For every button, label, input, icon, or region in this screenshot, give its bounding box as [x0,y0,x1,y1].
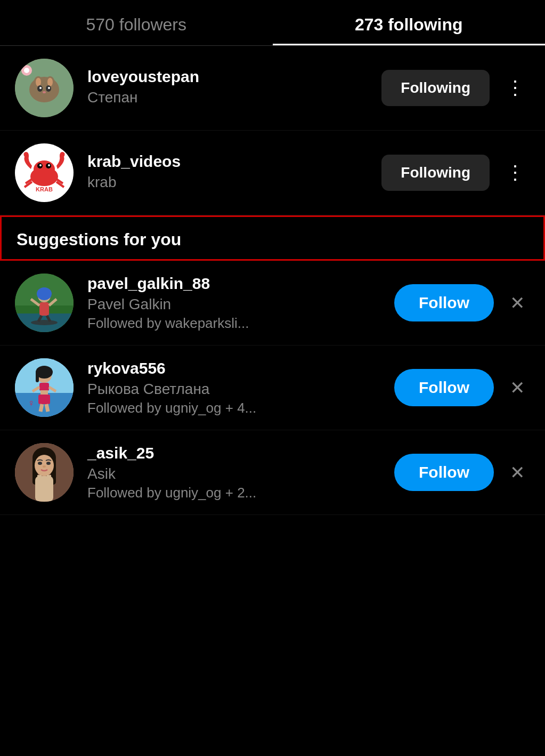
username-krab-videos: krab_videos [87,152,381,171]
avatar-image-krab: KRAB [20,149,68,197]
svg-point-57 [43,465,46,468]
avatar-pavel-galkin[interactable] [15,274,74,332]
svg-point-1 [29,77,59,102]
svg-point-4 [36,78,41,86]
username-asik25: _asik_25 [87,444,394,462]
user-info-asik25: _asik_25 Asik Followed by ugniy_og + 2..… [87,444,394,501]
svg-point-14 [34,160,55,178]
username-rykova556: rykova556 [87,359,394,377]
svg-point-12 [24,68,29,73]
tab-followers[interactable]: 570 followers [0,0,273,45]
svg-line-45 [46,404,48,412]
tab-following[interactable]: 273 following [273,0,546,45]
user-info-rykova556: rykova556 Рыкова Светлана Followed by ug… [87,359,394,416]
svg-text:KRAB: KRAB [36,186,53,192]
avatar-loveyoustepan[interactable] [15,59,74,117]
svg-rect-41 [39,383,49,391]
dismiss-asik25[interactable]: ✕ [505,456,530,488]
svg-rect-28 [39,302,49,316]
suggestion-item-pavel-galkin: pavel_galkin_88 Pavel Galkin Followed by… [0,261,545,345]
suggestion-item-rykova556: ♀ rykova556 Рыкова Светлана Followed by … [0,345,545,430]
action-asik25: Follow ✕ [394,454,530,491]
tabs-container: 570 followers 273 following [0,0,545,46]
svg-point-10 [43,91,46,93]
follow-button-asik25[interactable]: Follow [394,454,494,491]
svg-point-34 [31,320,58,325]
action-rykova556: Follow ✕ [394,369,530,406]
avatar-krab-videos[interactable]: KRAB [15,143,74,202]
svg-point-29 [37,287,52,300]
svg-rect-59 [37,475,42,483]
action-krab-videos: Following ⋮ [381,155,530,191]
svg-point-5 [47,78,53,86]
svg-rect-40 [36,372,39,382]
username-loveyoustepan: loveyoustepan [87,68,381,86]
svg-point-18 [48,164,50,166]
following-item-krab-videos: KRAB krab_videos krab Following ⋮ [0,131,545,215]
svg-rect-43 [38,395,50,404]
displayname-krab-videos: krab [87,174,381,191]
followed-by-pavel-galkin: Followed by wakeparksli... [87,315,394,332]
followed-by-rykova556: Followed by ugniy_og + 4... [87,400,394,416]
more-options-loveyoustepan[interactable]: ⋮ [500,71,530,104]
follow-button-pavel-galkin[interactable]: Follow [394,284,494,321]
username-pavel-galkin: pavel_galkin_88 [87,275,394,293]
dismiss-rykova556[interactable]: ✕ [505,372,530,404]
suggestion-item-asik25: _asik_25 Asik Followed by ugniy_og + 2..… [0,430,545,515]
avatar-asik25[interactable] [15,443,74,502]
followed-by-asik25: Followed by ugniy_og + 2... [87,485,394,501]
user-info-loveyoustepan: loveyoustepan Степан [87,68,381,108]
following-item-loveyoustepan: loveyoustepan Степан Following ⋮ [0,46,545,131]
user-info-pavel-galkin: pavel_galkin_88 Pavel Galkin Followed by… [87,275,394,332]
avatar-image-loveyoustepan [15,59,74,117]
svg-line-44 [40,404,42,412]
follow-button-rykova556[interactable]: Follow [394,369,494,406]
following-button-loveyoustepan[interactable]: Following [381,70,490,106]
svg-point-17 [39,164,42,166]
tab-following-label: 273 following [355,15,463,34]
svg-point-56 [46,462,51,465]
following-button-krab-videos[interactable]: Following [381,155,490,191]
dismiss-pavel-galkin[interactable]: ✕ [505,287,530,319]
svg-point-55 [38,462,42,465]
displayname-rykova556: Рыкова Светлана [87,381,394,398]
suggestions-header: Suggestions for you [0,215,545,261]
avatar-image-rykova: ♀ [15,358,74,417]
displayname-loveyoustepan: Степан [87,89,381,106]
svg-rect-60 [47,475,51,483]
action-loveyoustepan: Following ⋮ [381,70,530,106]
action-pavel-galkin: Follow ✕ [394,284,530,321]
svg-text:♀: ♀ [28,398,35,408]
svg-point-8 [39,87,42,89]
avatar-image-asik [15,443,74,502]
more-options-krab-videos[interactable]: ⋮ [500,156,530,189]
displayname-pavel-galkin: Pavel Galkin [87,296,394,313]
svg-point-9 [48,87,50,89]
avatar-rykova556[interactable]: ♀ [15,358,74,417]
user-info-krab-videos: krab_videos krab [87,152,381,193]
tab-followers-label: 570 followers [86,15,186,34]
displayname-asik25: Asik [87,465,394,482]
avatar-image-pavel [15,274,74,332]
